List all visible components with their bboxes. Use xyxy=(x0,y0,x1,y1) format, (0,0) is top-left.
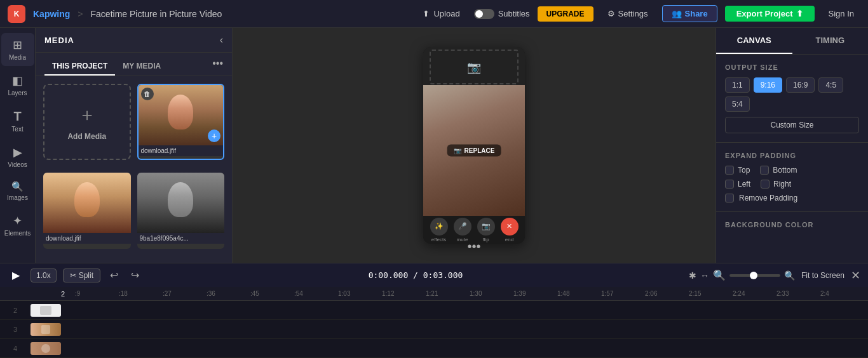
sidebar-item-layers[interactable]: ◧ Layers xyxy=(1,69,34,102)
track-content-2 xyxy=(31,304,868,317)
sidebar-item-media[interactable]: ⊞ Media xyxy=(1,33,34,66)
replace-label: REPLACE xyxy=(465,147,495,154)
zoom-cluster-icon: ✱ xyxy=(689,270,696,281)
media-thumb-label-3: 9ba1e8f095a4c... xyxy=(137,233,225,244)
sidebar-item-elements[interactable]: ✦ Elements xyxy=(1,209,34,242)
play-button[interactable]: ▶ xyxy=(8,267,24,284)
media-panel-title: MEDIA xyxy=(44,36,74,45)
share-button[interactable]: 👥 Share xyxy=(662,5,717,22)
tab-my-media[interactable]: MY MEDIA xyxy=(115,58,168,76)
media-thumb-delete-1[interactable]: 🗑 xyxy=(141,88,154,100)
ruler-mark-139: 1:39 xyxy=(513,290,557,297)
share-icon: 👥 xyxy=(672,9,682,18)
split-icon: ✂ xyxy=(70,271,76,280)
size-btn-5-4[interactable]: 5:4 xyxy=(725,96,750,112)
tab-this-project[interactable]: THIS PROJECT xyxy=(44,58,115,76)
replace-icon: 📷 xyxy=(454,147,461,154)
media-more-button[interactable]: ••• xyxy=(212,58,223,76)
tab-timing[interactable]: TIMING xyxy=(792,28,869,54)
padding-right-item: Right xyxy=(761,180,791,189)
split-button[interactable]: ✂ Split xyxy=(63,268,100,282)
ruler-mark-27: :27 xyxy=(163,290,207,297)
subtitles-toggle-switch[interactable] xyxy=(474,9,494,19)
zoom-out-button[interactable]: 🔍 xyxy=(713,269,726,281)
track-clip-2[interactable] xyxy=(31,304,61,317)
fit-to-screen-button[interactable]: Fit to Screen xyxy=(801,271,844,280)
track-content-3 xyxy=(31,323,868,336)
padding-top-checkbox[interactable] xyxy=(725,166,734,175)
canvas-top-slot[interactable]: 📷 xyxy=(423,47,525,85)
ctrl-mute[interactable]: 🎤 mute xyxy=(454,218,471,242)
add-media-button[interactable]: ＋ Add Media xyxy=(43,84,131,160)
expand-padding-title: EXPAND PADDING xyxy=(725,152,859,159)
track-clip-3[interactable] xyxy=(31,323,61,336)
zoom-slider[interactable] xyxy=(729,274,780,277)
media-thumb-3[interactable]: 9ba1e8f095a4c... xyxy=(137,173,225,249)
sidebar-item-images[interactable]: 🔍 Images xyxy=(1,176,34,206)
ctrl-end[interactable]: ✕ end xyxy=(501,218,519,242)
size-btn-1-1[interactable]: 1:1 xyxy=(725,77,750,93)
elements-icon: ✦ xyxy=(13,214,22,228)
undo-button[interactable]: ↩ xyxy=(107,267,121,283)
track-content-4 xyxy=(31,342,868,355)
ruler-mark-206: 2:06 xyxy=(645,290,689,297)
padding-left-checkbox[interactable] xyxy=(725,180,734,189)
track-num-4: 4 xyxy=(0,345,31,352)
upgrade-button[interactable]: UPGRADE xyxy=(538,6,593,22)
canvas-more-button[interactable]: ••• xyxy=(467,239,480,254)
sidebar-item-videos[interactable]: ▶ Videos xyxy=(1,140,34,173)
signin-button[interactable]: Sign In xyxy=(822,6,860,21)
subtitles-toggle[interactable]: Subtitles xyxy=(474,9,530,19)
flip-button[interactable]: 📷 xyxy=(477,218,495,235)
canvas-main-video[interactable]: 📷 REPLACE xyxy=(423,85,525,216)
size-btn-4-5[interactable]: 4:5 xyxy=(818,77,843,93)
expand-padding-section: EXPAND PADDING Top Bottom Left R xyxy=(716,143,868,212)
settings-button[interactable]: ⚙ Settings xyxy=(601,6,654,21)
media-thumb-2[interactable]: download.jfif xyxy=(43,173,131,249)
upload-button[interactable]: ⬆ Upload xyxy=(416,6,466,21)
mute-button[interactable]: 🎤 xyxy=(454,218,471,235)
media-panel-header: MEDIA ‹ xyxy=(36,28,232,53)
sidebar-label-layers: Layers xyxy=(8,90,27,96)
end-button[interactable]: ✕ xyxy=(501,218,519,235)
effects-button[interactable]: ✨ xyxy=(430,218,448,235)
add-media-label: Add Media xyxy=(67,132,106,141)
track-num-3: 3 xyxy=(0,326,31,333)
canvas-area[interactable]: 📷 📷 REPLACE ✨ eff xyxy=(233,28,715,263)
settings-icon: ⚙ xyxy=(607,9,615,18)
custom-size-button[interactable]: Custom Size xyxy=(725,117,859,133)
media-thumb-1[interactable]: 🗑 + download.jfif xyxy=(137,84,225,160)
padding-right-checkbox[interactable] xyxy=(761,180,770,189)
track-clip-4[interactable] xyxy=(31,342,61,355)
top-placeholder: 📷 xyxy=(430,50,519,84)
size-btn-9-16[interactable]: 9:16 xyxy=(754,77,782,93)
main-area: ⊞ Media ◧ Layers T Text ▶ Videos 🔍 Image… xyxy=(0,28,868,263)
zoom-in-button[interactable]: 🔍 xyxy=(784,270,795,281)
media-thumb-add-1[interactable]: + xyxy=(208,129,220,142)
size-btn-16-9[interactable]: 16:9 xyxy=(786,77,815,93)
zoom-controls: ✱ ↔ 🔍 🔍 xyxy=(689,269,795,281)
text-icon: T xyxy=(13,109,21,124)
speed-button[interactable]: 1.0x xyxy=(31,268,57,282)
timeline-row-3: 3 xyxy=(0,320,868,339)
remove-padding-checkbox[interactable] xyxy=(725,194,734,202)
media-collapse-button[interactable]: ‹ xyxy=(220,34,223,46)
replace-overlay[interactable]: 📷 REPLACE xyxy=(447,145,501,157)
padding-bottom-item: Bottom xyxy=(760,166,797,175)
bg-color-title: BACKGROUND COLOR xyxy=(725,221,859,229)
padding-bottom-checkbox[interactable] xyxy=(760,166,769,175)
zoom-slider-thumb[interactable] xyxy=(750,272,757,279)
track-num-2: 2 xyxy=(0,307,31,314)
ctrl-flip[interactable]: 📷 flip xyxy=(477,218,495,242)
canvas-container: 📷 📷 REPLACE ✨ eff xyxy=(423,47,525,244)
brand-link[interactable]: Kapwing xyxy=(33,9,70,19)
close-timeline-button[interactable]: ✕ xyxy=(851,268,860,282)
tab-canvas[interactable]: CANVAS xyxy=(716,28,792,54)
sidebar-item-text[interactable]: T Text xyxy=(1,104,34,138)
phone-canvas[interactable]: 📷 📷 REPLACE ✨ eff xyxy=(423,47,525,244)
sidebar-label-elements: Elements xyxy=(4,230,31,237)
ruler-mark-36: :36 xyxy=(207,290,250,297)
ctrl-effects[interactable]: ✨ effects xyxy=(430,218,448,242)
export-button[interactable]: Export Project ⬆ xyxy=(725,6,815,22)
redo-button[interactable]: ↪ xyxy=(128,267,142,283)
